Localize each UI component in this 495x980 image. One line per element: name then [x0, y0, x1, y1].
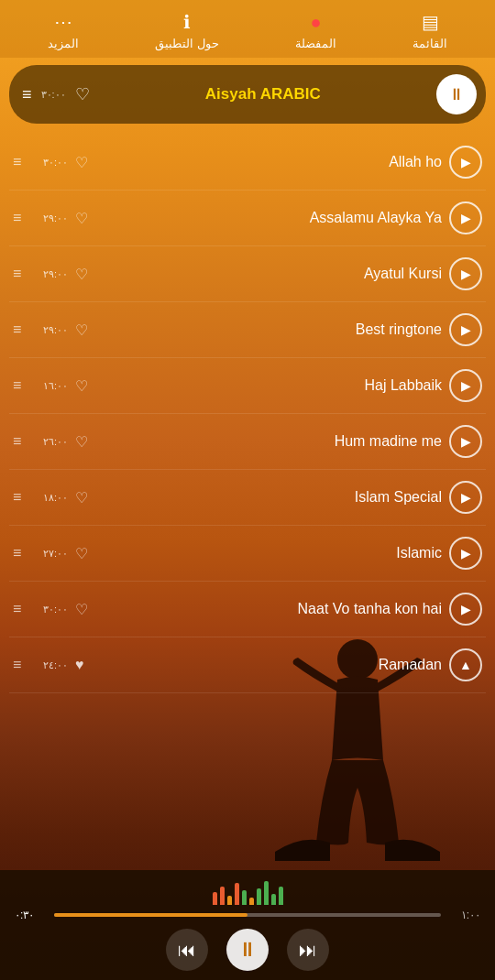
current-time: ٠:٣٠: [15, 909, 47, 921]
prev-button[interactable]: ⏮: [166, 929, 208, 971]
list-item: ≡ ٢٤:٠٠ ♥ Ramadan ▲: [9, 637, 486, 693]
eq-bar: [257, 888, 261, 905]
more-icon: ⋯: [54, 11, 72, 33]
song-duration: ٢٩:٠٠: [40, 324, 68, 336]
list-item: ≡ ٢٧:٠٠ ♡ Islamic ▶: [9, 526, 486, 582]
prev-icon: ⏮: [178, 940, 196, 961]
nav-label-more: المزيد: [48, 37, 79, 50]
play-icon: ▶: [461, 602, 471, 616]
eq-bar: [279, 887, 283, 905]
song-title: Hum madine me: [95, 433, 442, 450]
song-duration: ١٨:٠٠: [40, 492, 68, 504]
pause-button-large[interactable]: ⏸: [436, 74, 477, 114]
play-button[interactable]: ▶: [449, 146, 482, 179]
playlist-icon: ▤: [422, 11, 439, 33]
list-item: ≡ ٢٩:٠٠ ♡ Assalamu Alayka Ya ▶: [9, 191, 486, 246]
eq-bar: [249, 898, 254, 905]
song-title: Islamic: [95, 545, 442, 561]
song-title: Assalamu Alayka Ya: [95, 210, 442, 226]
nav-item-more[interactable]: ⋯ المزيد: [48, 11, 79, 50]
play-icon: ▶: [461, 490, 471, 505]
play-button[interactable]: ▶: [449, 313, 482, 346]
list-item: ≡ ١٦:٠٠ ♡ Haj Labbaik ▶: [9, 358, 486, 414]
heart-filled-icon: ●: [310, 12, 321, 33]
favorite-icon[interactable]: ♡: [75, 601, 88, 618]
favorite-icon[interactable]: ♡: [75, 433, 88, 451]
song-duration: ٢٤:٠٠: [40, 659, 68, 671]
play-icon: ▶: [461, 322, 471, 337]
nav-label-about: حول التطبيق: [155, 37, 219, 50]
play-button[interactable]: ▲: [449, 648, 482, 681]
pause-button[interactable]: ⏸: [226, 929, 269, 971]
nav-item-favorites[interactable]: ● المفضلة: [295, 12, 336, 50]
play-icon: ▶: [461, 546, 471, 561]
song-title: Best ringtone: [95, 321, 442, 338]
play-button[interactable]: ▶: [449, 425, 482, 458]
nav-item-about[interactable]: ℹ حول التطبيق: [155, 11, 219, 50]
next-button[interactable]: ⏭: [287, 929, 329, 971]
pause-icon-large: ⏸: [448, 85, 465, 104]
favorite-icon[interactable]: ♡: [75, 210, 88, 227]
drag-handle-icon: ≡: [13, 266, 33, 282]
song-duration: ١٦:٠٠: [40, 380, 68, 392]
list-item: ≡ ٣٠:٠٠ ♡ Allah ho ▶: [9, 135, 486, 191]
drag-handle-icon: ≡: [13, 433, 33, 450]
bottom-player: ٠:٣٠ ١:٠٠ ⏮ ⏸ ⏭: [0, 870, 495, 980]
song-duration: ٢٩:٠٠: [40, 268, 68, 280]
drag-handle-icon: ≡: [13, 489, 33, 506]
song-list: ≡ ٣٠:٠٠ ♡ Allah ho ▶ ≡ ٢٩:٠٠ ♡ Assalamu …: [0, 131, 495, 697]
eq-bar: [271, 894, 276, 905]
favorite-icon[interactable]: ♡: [75, 545, 88, 562]
favorite-icon[interactable]: ♡: [75, 321, 88, 339]
favorite-icon[interactable]: ♥: [75, 657, 84, 673]
song-duration: ٢٧:٠٠: [40, 548, 68, 560]
drag-handle-icon: ≡: [13, 545, 33, 561]
drag-handle-icon: ≡: [13, 321, 33, 338]
favorite-icon[interactable]: ♡: [75, 377, 88, 395]
play-icon: ▲: [459, 658, 472, 672]
navigation-bar: ⋯ المزيد ℹ حول التطبيق ● المفضلة ▤ القائ…: [0, 0, 495, 58]
eq-bar: [264, 881, 269, 905]
now-playing-duration: ٣٠:٠٠: [41, 89, 66, 101]
eq-bar: [213, 892, 217, 905]
favorite-icon[interactable]: ♡: [75, 154, 88, 171]
favorite-icon[interactable]: ♡: [75, 266, 88, 283]
song-title: Naat Vo tanha kon hai: [95, 601, 442, 617]
info-icon: ℹ: [183, 11, 191, 33]
now-playing-bar: ≡ ٣٠:٠٠ ♡ Aisyah ARABIC ⏸: [9, 65, 486, 124]
drag-handle-icon: ≡: [13, 657, 33, 673]
song-title: Haj Labbaik: [95, 377, 442, 394]
drag-handle-icon: ≡: [13, 154, 33, 170]
play-icon: ▶: [461, 211, 471, 225]
play-button[interactable]: ▶: [449, 537, 482, 570]
eq-bar: [242, 890, 247, 905]
song-duration: ٢٦:٠٠: [40, 436, 68, 448]
play-button[interactable]: ▶: [449, 369, 482, 402]
next-icon: ⏭: [299, 940, 317, 961]
song-title: Ayatul Kursi: [95, 266, 442, 282]
list-item: ≡ ١٨:٠٠ ♡ Islam Special ▶: [9, 470, 486, 526]
favorite-icon[interactable]: ♡: [75, 489, 88, 506]
equalizer: [15, 876, 480, 905]
play-icon: ▶: [461, 378, 471, 393]
song-title: Allah ho: [95, 154, 442, 170]
progress-fill: [54, 913, 248, 917]
play-button[interactable]: ▶: [449, 201, 482, 234]
list-item: ≡ ٢٦:٠٠ ♡ Hum madine me ▶: [9, 414, 486, 470]
nav-label-playlist: القائمة: [412, 37, 447, 50]
play-icon: ▶: [461, 155, 471, 169]
heart-icon[interactable]: ♡: [75, 84, 90, 104]
nav-label-favorites: المفضلة: [295, 37, 336, 50]
play-button[interactable]: ▶: [449, 593, 482, 626]
nav-item-playlist[interactable]: ▤ القائمة: [412, 11, 447, 50]
drag-handle-icon: ≡: [13, 210, 33, 226]
hamburger-icon: ≡: [22, 85, 32, 104]
song-title: Islam Special: [95, 489, 442, 506]
play-button[interactable]: ▶: [449, 257, 482, 290]
play-button[interactable]: ▶: [449, 481, 482, 514]
song-duration: ٣٠:٠٠: [40, 157, 68, 169]
progress-bar[interactable]: [54, 913, 441, 917]
play-icon: ▶: [461, 267, 471, 281]
list-item: ≡ ٢٩:٠٠ ♡ Ayatul Kursi ▶: [9, 246, 486, 302]
playback-controls: ⏮ ⏸ ⏭: [15, 929, 480, 971]
